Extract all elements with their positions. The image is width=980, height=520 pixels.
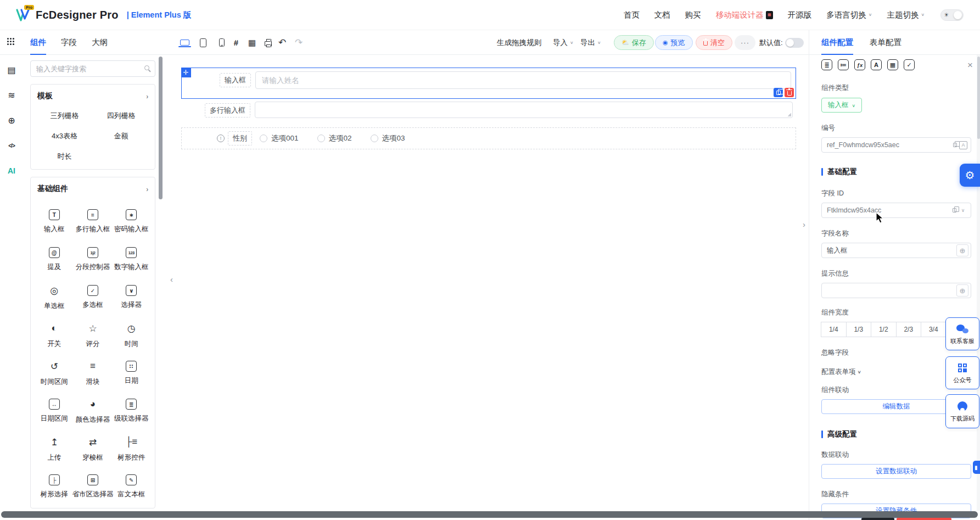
component-item[interactable]: ◐ 开关 bbox=[36, 316, 72, 354]
redo-icon[interactable]: ↷ bbox=[293, 37, 304, 48]
left-panel-scrollbar[interactable] bbox=[159, 57, 163, 199]
component-item[interactable]: ⊞ 省市区选择器 bbox=[72, 468, 114, 506]
component-item[interactable]: ⇄ 穿梭框 bbox=[72, 430, 114, 468]
component-item[interactable]: T 输入框 bbox=[36, 203, 72, 241]
theme-toggle[interactable]: ☀ bbox=[940, 9, 964, 21]
width-option[interactable]: 1/3 bbox=[846, 322, 872, 337]
width-option[interactable]: 2/3 bbox=[896, 322, 922, 337]
textarea-field-label[interactable]: 多行输入框 bbox=[205, 103, 250, 118]
name-input[interactable] bbox=[255, 71, 791, 89]
radio-circle-icon[interactable] bbox=[260, 135, 267, 142]
textarea-component[interactable]: 多行输入框 bbox=[181, 102, 796, 118]
set-data-link-button[interactable]: 设置数据联动 bbox=[821, 464, 971, 479]
export-dropdown[interactable]: 导出∨ bbox=[580, 30, 601, 55]
radio-component[interactable]: ! 性别 选项001 选项02 选项03 bbox=[181, 127, 796, 149]
nav-item[interactable]: 主题切换 ∨ bbox=[887, 10, 925, 20]
fx-icon[interactable]: ƒx bbox=[854, 59, 865, 70]
horizontal-scrollbar[interactable] bbox=[1, 511, 978, 518]
left-tab[interactable]: 组件 bbox=[30, 30, 46, 55]
nav-item[interactable]: 首页 bbox=[624, 10, 640, 20]
official-account-widget[interactable]: 公众号 bbox=[945, 356, 979, 389]
nav-item[interactable]: 多语言切换 ∨ bbox=[826, 10, 872, 20]
textarea-input[interactable] bbox=[255, 102, 793, 118]
component-item[interactable]: ☆ 评分 bbox=[72, 316, 114, 354]
component-item[interactable]: ◷ 时间 bbox=[114, 316, 150, 354]
globe-icon[interactable]: ⊕ bbox=[5, 114, 18, 126]
component-item[interactable]: ≡ 多行输入框 bbox=[72, 203, 114, 241]
close-icon[interactable]: × bbox=[967, 60, 973, 70]
radio-circle-icon[interactable] bbox=[371, 135, 378, 142]
ai-icon[interactable]: AI bbox=[5, 165, 18, 177]
drag-handle[interactable]: ✛ bbox=[181, 68, 191, 77]
default-value-toggle[interactable] bbox=[785, 38, 804, 48]
left-tab[interactable]: 字段 bbox=[61, 30, 77, 55]
component-item[interactable]: ↔ 日期区间 bbox=[36, 392, 72, 430]
component-item[interactable]: 123 数字输入框 bbox=[114, 241, 150, 278]
copy-icon[interactable] bbox=[950, 205, 959, 215]
component-item[interactable]: ≡ 滑块 bbox=[72, 354, 114, 392]
left-tab[interactable]: 大纲 bbox=[92, 30, 108, 55]
clear-button[interactable]: 清空 bbox=[696, 35, 732, 50]
phone-view-icon[interactable] bbox=[216, 37, 227, 48]
radio-option[interactable]: 选项02 bbox=[317, 133, 352, 143]
component-item[interactable]: ├≡ 树形控件 bbox=[114, 430, 150, 468]
book-icon[interactable]: ▤ bbox=[5, 64, 18, 76]
nav-item[interactable]: 文档 bbox=[654, 10, 670, 20]
nav-item[interactable]: 开源版 bbox=[788, 10, 812, 20]
apps-grid-icon[interactable] bbox=[7, 38, 15, 46]
component-item[interactable]: ◎ 单选框 bbox=[36, 278, 72, 316]
template-item[interactable]: 时长 bbox=[36, 152, 93, 161]
width-option[interactable]: 1/4 bbox=[821, 322, 847, 337]
right-tab[interactable]: 表单配置 bbox=[870, 30, 901, 55]
radio-option[interactable]: 选项03 bbox=[371, 133, 405, 143]
field-name-input[interactable]: 输入框 ⊕ bbox=[821, 243, 971, 258]
component-item[interactable]: 1|2 分段控制器 bbox=[72, 241, 114, 278]
layout-grid-icon[interactable]: ▦ bbox=[247, 37, 257, 48]
undo-icon[interactable]: ↶ bbox=[277, 37, 288, 48]
component-item[interactable]: ≣ 级联选择器 bbox=[114, 392, 150, 430]
component-search[interactable] bbox=[30, 60, 155, 77]
template-item[interactable]: 4x3表格 bbox=[36, 131, 93, 141]
nav-item[interactable]: 购买 bbox=[685, 10, 701, 20]
component-item[interactable]: ✎ 富文本框 bbox=[114, 468, 150, 506]
template-item[interactable]: 三列栅格 bbox=[36, 111, 93, 121]
ref-input[interactable]: ref_F0whmdcw95x5aec A bbox=[821, 137, 971, 153]
settings-gear-button[interactable]: ⚙ bbox=[960, 164, 980, 187]
tablet-view-icon[interactable] bbox=[198, 37, 209, 48]
globe-icon[interactable]: ⊕ bbox=[956, 284, 968, 297]
basic-card-header[interactable]: 基础组件 › bbox=[36, 184, 149, 195]
radio-circle-icon[interactable] bbox=[317, 135, 325, 142]
component-item[interactable]: ∨ 选择器 bbox=[114, 278, 150, 316]
component-type-select[interactable]: 输入框 ∨ bbox=[821, 98, 862, 113]
sliders-icon[interactable]: ≔ bbox=[838, 59, 849, 70]
component-item[interactable]: ∗ 密码输入框 bbox=[114, 203, 150, 241]
right-tab[interactable]: 组件配置 bbox=[821, 30, 853, 55]
table-icon[interactable]: ▦ bbox=[887, 59, 898, 70]
save-button[interactable]: ⛅ 保存 bbox=[614, 35, 654, 50]
collapse-right-icon[interactable]: › bbox=[803, 220, 805, 229]
nav-item[interactable]: 移动端设计器 ▦ bbox=[716, 10, 773, 20]
printer-icon[interactable] bbox=[262, 37, 273, 48]
desktop-view-icon[interactable] bbox=[179, 37, 190, 48]
component-item[interactable]: ✓ 多选框 bbox=[72, 278, 114, 316]
template-item[interactable]: 四列栅格 bbox=[93, 111, 149, 121]
import-dropdown[interactable]: 导入∨ bbox=[553, 30, 574, 55]
shield-check-icon[interactable]: ✓ bbox=[904, 59, 915, 70]
font-icon[interactable]: A bbox=[871, 59, 882, 70]
chart-widget-cut[interactable]: ▮ bbox=[973, 461, 980, 474]
component-item[interactable]: @ 提及 bbox=[36, 241, 72, 278]
database-icon[interactable]: ≋ bbox=[5, 89, 18, 101]
download-source-widget[interactable]: 下载源码 bbox=[945, 394, 979, 428]
input-field-label[interactable]: 输入框 bbox=[220, 73, 251, 87]
globe-icon[interactable]: ⊕ bbox=[956, 244, 968, 256]
collapse-left-icon[interactable]: ‹ bbox=[170, 275, 173, 284]
search-input[interactable] bbox=[36, 65, 139, 73]
generate-rules-button[interactable]: 生成拖拽规则 bbox=[497, 30, 541, 55]
form-canvas[interactable]: ‹ ✛ 输入框 多行输入框 ! 性别 bbox=[166, 55, 809, 511]
copy-component-button[interactable] bbox=[774, 88, 783, 97]
more-actions-button[interactable]: ··· bbox=[735, 35, 755, 50]
grid-icon[interactable]: # bbox=[231, 37, 242, 48]
contact-support-widget[interactable]: 联系客服 bbox=[945, 317, 979, 350]
template-card-header[interactable]: 模板 › bbox=[36, 91, 149, 102]
font-a-icon[interactable]: A bbox=[959, 141, 967, 149]
